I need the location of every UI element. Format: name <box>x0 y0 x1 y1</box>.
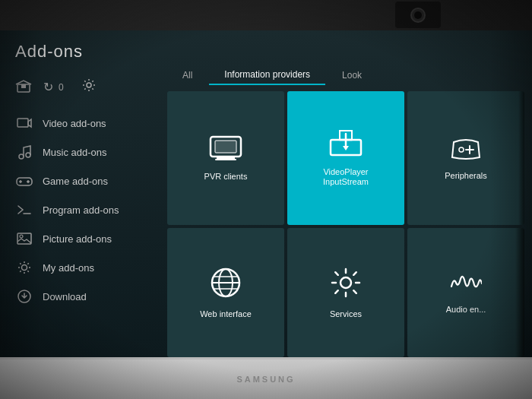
sidebar-item-game[interactable]: Game add-ons <box>0 166 160 195</box>
sidebar-item-game-label: Game add-ons <box>43 176 108 187</box>
svg-point-4 <box>19 154 24 159</box>
sidebar-item-picture-label: Picture add-ons <box>43 233 112 245</box>
sidebar-item-my[interactable]: My add-ons <box>0 253 160 282</box>
sidebar-item-my-label: My add-ons <box>43 262 94 274</box>
tile-pvr-clients[interactable]: PVR clients <box>167 91 284 225</box>
sidebar-icons: ↻ 0 <box>0 73 160 109</box>
picture-icon <box>15 230 33 248</box>
tab-bar: All Information providers Look <box>163 65 528 91</box>
page-title: Add-ons <box>15 42 83 61</box>
sidebar-item-music-label: Music add-ons <box>43 147 107 158</box>
svg-rect-1 <box>21 84 26 88</box>
download-icon <box>15 287 33 306</box>
sidebar: ↻ 0 <box>0 65 160 357</box>
tiles-grid: PVR clients VideoPlayer InputS <box>163 91 528 357</box>
svg-point-9 <box>22 265 27 271</box>
webcam-lens <box>410 8 426 23</box>
svg-point-2 <box>87 83 91 87</box>
svg-point-16 <box>459 147 464 152</box>
audio-icon <box>450 271 482 299</box>
content-area: ↻ 0 <box>0 65 532 357</box>
tab-look[interactable]: Look <box>327 66 377 85</box>
tile-videoplayer-label: VideoPlayer InputStream <box>323 167 369 187</box>
pvr-icon <box>209 135 242 166</box>
main-content: All Information providers Look <box>160 65 532 357</box>
svg-point-22 <box>340 277 351 288</box>
refresh-icon[interactable]: ↻ <box>43 80 53 94</box>
badge-count: 0 <box>59 82 64 93</box>
game-icon <box>15 172 33 190</box>
monitor-brand: SAMSUNG <box>236 375 295 384</box>
sidebar-item-program[interactable]: Program add-ons <box>0 195 160 224</box>
svg-rect-14 <box>215 141 236 153</box>
svg-rect-7 <box>17 233 31 244</box>
tile-audio-encoder[interactable]: Audio en... <box>407 228 524 357</box>
video-icon <box>15 114 33 132</box>
addon-manager-icon[interactable] <box>15 77 32 97</box>
sidebar-item-download-label: Download <box>43 291 87 302</box>
peripherals-icon <box>451 136 481 165</box>
tile-audio-label: Audio en... <box>446 305 486 315</box>
tile-web-label: Web interface <box>200 309 252 319</box>
svg-rect-12 <box>217 157 235 159</box>
settings-icon[interactable] <box>81 78 97 97</box>
tile-services[interactable]: Services <box>287 228 404 357</box>
sidebar-item-video-label: Video add-ons <box>43 118 106 129</box>
sidebar-item-music[interactable]: Music add-ons <box>0 138 160 166</box>
tile-peripherals-label: Peripherals <box>445 171 487 181</box>
sidebar-item-program-label: Program add-ons <box>43 204 119 216</box>
tile-peripherals[interactable]: Peripherals <box>407 91 524 225</box>
sidebar-item-download[interactable]: Download <box>0 282 160 311</box>
monitor-bezel: SAMSUNG <box>0 357 532 399</box>
videoplayer-icon <box>329 129 363 161</box>
kodi-interface: Add-ons ↻ 0 <box>0 30 532 357</box>
globe-icon <box>210 267 242 303</box>
header: Add-ons <box>0 30 532 65</box>
gear-tile-icon <box>330 267 362 303</box>
my-addons-icon <box>15 258 33 277</box>
tab-all[interactable]: All <box>167 66 207 85</box>
svg-rect-13 <box>215 159 236 160</box>
svg-point-5 <box>26 153 30 157</box>
svg-rect-3 <box>17 119 28 127</box>
program-icon <box>15 201 33 219</box>
screen-background: Add-ons ↻ 0 <box>0 0 532 399</box>
tile-services-label: Services <box>330 309 362 319</box>
tab-information-providers[interactable]: Information providers <box>209 65 325 85</box>
tile-pvr-label: PVR clients <box>204 172 248 182</box>
tile-web-interface[interactable]: Web interface <box>167 228 284 357</box>
music-icon <box>15 143 33 161</box>
tile-videoplayer-inputstream[interactable]: VideoPlayer InputStream <box>287 91 404 225</box>
sidebar-item-video[interactable]: Video add-ons <box>0 109 160 138</box>
svg-point-8 <box>20 235 23 238</box>
sidebar-item-picture[interactable]: Picture add-ons <box>0 224 160 253</box>
webcam <box>395 2 441 28</box>
